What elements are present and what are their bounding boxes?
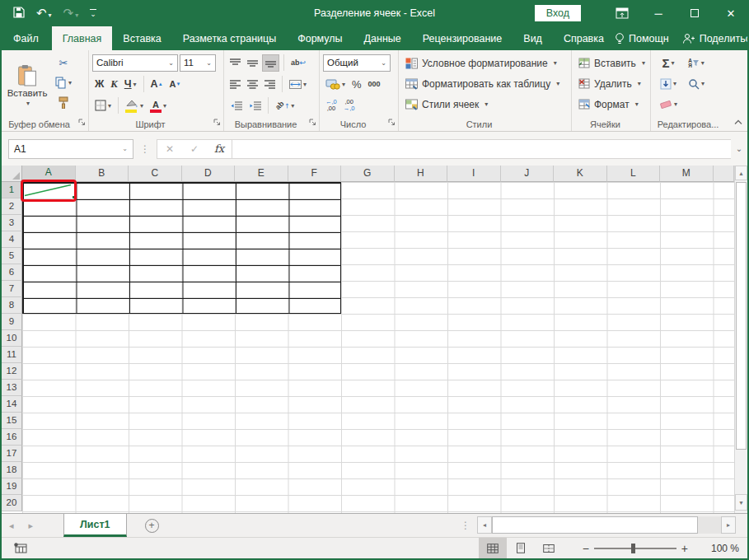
decrease-decimal-button[interactable]: ,00→,0 [341,97,358,114]
close-button[interactable]: ✕ [713,0,749,26]
column-header[interactable]: I [447,166,501,182]
column-header[interactable]: F [288,166,342,182]
horizontal-scrollbar-track[interactable] [698,516,721,534]
percent-style-button[interactable]: % [349,76,364,93]
align-top-button[interactable] [227,54,243,72]
row-header[interactable]: 5 [2,248,22,264]
name-box[interactable]: A1⌄ [8,139,133,159]
align-middle-button[interactable] [245,54,260,72]
align-center-button[interactable] [245,76,260,93]
assistant-button[interactable]: Помощн [615,32,669,45]
select-all-corner[interactable] [2,166,22,182]
row-header[interactable]: 20 [2,495,22,511]
formula-input[interactable] [232,139,731,159]
italic-button[interactable]: К [108,76,119,93]
align-bottom-button[interactable] [262,54,279,72]
scroll-left-button[interactable]: ◂ [477,516,492,534]
align-left-button[interactable] [227,76,243,93]
column-header[interactable]: K [554,166,607,182]
scroll-down-button[interactable]: ▼ [735,494,747,511]
column-header[interactable]: D [182,166,236,182]
increase-indent-button[interactable] [246,97,264,114]
row-header[interactable]: 4 [2,231,22,248]
orientation-button[interactable]: ab↗▾ [273,97,297,114]
horizontal-scrollbar[interactable]: ⋮ ◂ ▸ [461,516,736,534]
row-header[interactable]: 17 [2,446,22,462]
underline-button[interactable]: Ч▾ [122,76,139,93]
redo-button[interactable]: ↷▾ [63,7,79,20]
collapse-ribbon-button[interactable] [734,116,742,128]
ribbon-tab[interactable]: Вставка [112,26,171,50]
bold-button[interactable]: Ж [92,76,106,93]
column-header[interactable]: G [341,166,395,182]
paste-button[interactable]: Вставить ▾ [5,53,49,117]
font-dialog-launcher[interactable] [213,117,221,128]
alignment-dialog-launcher[interactable] [308,117,316,128]
wrap-text-button[interactable]: ab↩ [288,54,308,72]
column-header[interactable]: J [501,166,555,182]
vertical-scrollbar-thumb[interactable] [736,182,747,450]
minimize-button[interactable]: ─ [640,0,676,26]
sheet-tab-list1[interactable]: Лист1 [63,514,126,537]
row-header[interactable]: 18 [2,462,22,478]
autosum-button[interactable]: Σ▾ [654,54,682,72]
insert-cells-button[interactable]: Вставить▾ [575,53,648,73]
row-header[interactable]: 10 [2,330,22,347]
row-header[interactable]: 3 [2,215,22,231]
ribbon-tab[interactable]: Рецензирование [412,26,513,50]
save-button[interactable] [13,7,25,21]
ribbon-tab[interactable]: Вид [513,26,553,50]
fill-color-button[interactable]: ▾ [123,97,146,114]
maximize-button[interactable] [676,0,713,26]
ribbon-tab[interactable]: Разметка страницы [172,26,287,50]
insert-function-button[interactable]: fx [207,142,232,155]
page-break-view-button[interactable] [535,538,563,558]
row-header[interactable]: 14 [2,396,22,413]
decrease-indent-button[interactable] [227,97,245,114]
column-header[interactable]: L [607,166,661,182]
new-sheet-button[interactable]: + [145,519,159,533]
cut-button[interactable]: ✂ [53,54,74,72]
enter-button[interactable]: ✓ [182,143,207,155]
comma-style-button[interactable]: 000 [366,76,383,93]
decrease-font-size-button[interactable]: А▼ [167,76,184,93]
format-painter-button[interactable] [53,94,74,111]
share-button[interactable]: Поделиться [682,33,749,44]
row-header[interactable]: 1 [2,182,22,198]
fill-handle[interactable] [72,195,76,199]
sign-in-button[interactable]: Вход [535,5,581,21]
row-header[interactable]: 15 [2,413,22,429]
column-header[interactable]: B [76,166,129,182]
row-header[interactable]: 2 [2,198,22,215]
row-header[interactable]: 6 [2,264,22,281]
zoom-in-button[interactable]: + [676,542,693,555]
number-format-combo[interactable]: Общий⌄ [323,54,391,72]
sort-filter-button[interactable]: АЯ▾ [682,54,710,72]
zoom-slider-thumb[interactable] [631,544,635,553]
ribbon-display-options-button[interactable] [604,0,640,26]
column-header[interactable]: M [660,166,714,182]
horizontal-scrollbar-thumb[interactable] [492,516,698,534]
zoom-out-button[interactable]: − [578,542,594,555]
font-color-button[interactable]: А▾ [147,97,169,114]
row-header[interactable]: 19 [2,478,22,495]
cell-styles-button[interactable]: Стили ячеек▾ [402,94,569,114]
column-header-partial[interactable] [714,166,735,182]
zoom-level-label[interactable]: 100 % [705,543,739,554]
column-header[interactable]: E [235,166,288,182]
conditional-formatting-button[interactable]: Условное форматирование▾ [402,53,569,73]
row-header[interactable]: 11 [2,347,22,363]
customize-qat-button[interactable]: ⌄ [90,9,96,18]
macro-record-button[interactable] [13,543,27,553]
copy-button[interactable]: ▾ [53,74,74,91]
cancel-button[interactable]: ✕ [157,143,182,155]
row-header[interactable]: 8 [2,297,22,314]
row-header[interactable]: 13 [2,380,22,396]
expand-formula-bar-button[interactable]: ⌄ [731,144,747,153]
undo-button[interactable]: ↶▾ [36,7,52,20]
row-header[interactable]: 9 [2,314,22,330]
previous-sheet-button[interactable]: ◂ [2,514,21,537]
normal-view-button[interactable] [479,538,507,558]
next-sheet-button[interactable]: ▸ [21,514,41,537]
merge-center-button[interactable]: ▾ [287,76,309,93]
